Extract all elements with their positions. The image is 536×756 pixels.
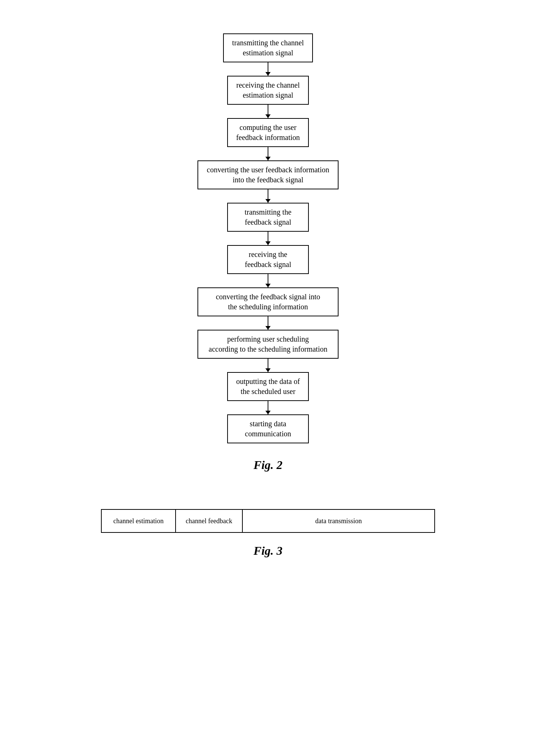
arrow-9 — [268, 401, 268, 414]
timeline-cell-feedback: channel feedback — [176, 510, 243, 532]
arrow-7 — [268, 316, 268, 330]
flow-step-2: receiving the channelestimation signal — [227, 76, 309, 105]
flow-step-1: transmitting the channelestimation signa… — [223, 33, 313, 62]
timeline-bar: channel estimation channel feedback data… — [101, 509, 435, 533]
arrow-3 — [268, 147, 268, 160]
timeline-cell-transmission: data transmission — [243, 510, 434, 532]
arrow-4 — [268, 189, 268, 203]
arrow-2 — [268, 105, 268, 118]
flow-step-5: transmitting thefeedback signal — [227, 203, 309, 232]
arrow-8 — [268, 359, 268, 372]
fig2-label: Fig. 2 — [254, 458, 282, 472]
flow-step-6: receiving thefeedback signal — [227, 245, 309, 274]
flowchart-fig2: transmitting the channelestimation signa… — [197, 33, 339, 443]
flow-step-3: computing the userfeedback information — [227, 118, 309, 147]
arrow-1 — [268, 62, 268, 76]
page: transmitting the channelestimation signa… — [0, 0, 536, 756]
fig3-label: Fig. 3 — [254, 544, 282, 558]
arrow-5 — [268, 232, 268, 245]
fig3-section: channel estimation channel feedback data… — [101, 509, 435, 558]
flow-step-10: starting datacommunication — [227, 414, 309, 443]
timeline-cell-estimation: channel estimation — [102, 510, 176, 532]
flow-step-7: converting the feedback signal intothe s… — [197, 287, 339, 316]
flow-step-9: outputting the data ofthe scheduled user — [227, 372, 309, 401]
arrow-6 — [268, 274, 268, 287]
flow-step-4: converting the user feedback information… — [197, 160, 339, 189]
flow-step-8: performing user schedulingaccording to t… — [197, 330, 339, 359]
